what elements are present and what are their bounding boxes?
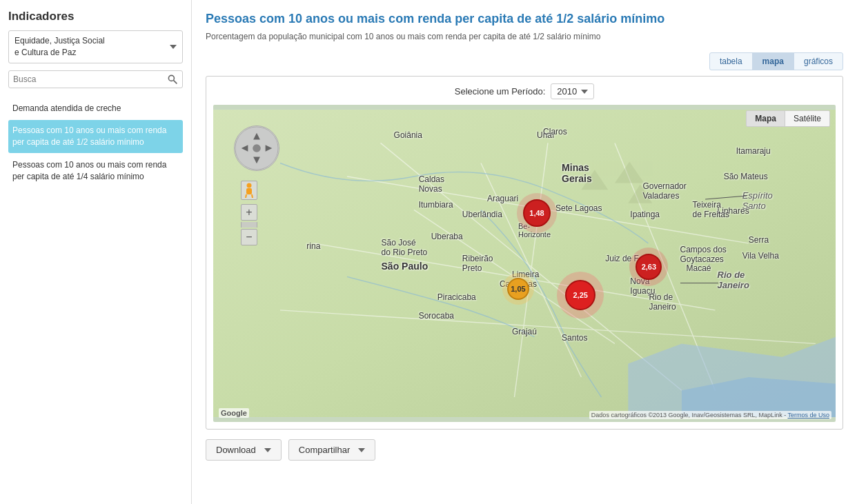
zoom-in-btn[interactable]: +	[241, 204, 257, 221]
period-select[interactable]: 2010	[551, 83, 594, 99]
zoom-track	[241, 222, 257, 228]
map-svg	[213, 105, 836, 422]
main-content: Pessoas com 10 anos ou mais com renda pe…	[192, 0, 857, 504]
period-label: Selecione um Período:	[455, 86, 546, 97]
action-bar: Download Compartilhar	[206, 439, 843, 461]
map-type-mapa-btn[interactable]: Mapa	[747, 111, 785, 126]
person-figure-icon	[244, 183, 255, 198]
tab-graficos[interactable]: gráficos	[794, 52, 843, 70]
zoom-out-btn[interactable]: −	[241, 229, 257, 245]
download-button[interactable]: Download	[206, 439, 282, 461]
map-copyright: Dados cartográficos ©2013 Google, Inav/G…	[589, 411, 831, 419]
svg-point-22	[253, 144, 261, 152]
share-label: Compartilhar	[299, 445, 350, 455]
sidebar-item-renda-quarto[interactable]: Pessoas com 10 anos ou mais com renda pe…	[8, 154, 183, 188]
map-area[interactable]: Mapa Satélite	[213, 105, 836, 422]
tab-tabela[interactable]: tabela	[709, 52, 753, 70]
sidebar-item-renda-meio[interactable]: Pessoas com 10 anos ou mais com renda pe…	[8, 120, 183, 153]
map-container: Selecione um Período: 2010	[206, 76, 843, 430]
cluster-sp[interactable]: 2,25	[557, 272, 604, 319]
rj-callout-line	[680, 283, 718, 283]
search-icon	[167, 74, 178, 85]
download-label: Download	[216, 445, 256, 455]
share-arrow-icon	[358, 448, 365, 452]
map-nav-control[interactable]	[234, 125, 279, 171]
period-value: 2010	[557, 86, 577, 97]
search-box[interactable]	[8, 70, 183, 88]
nav-arrows-icon	[235, 125, 279, 171]
google-logo: Google	[219, 408, 249, 418]
zoom-control: + −	[241, 181, 257, 245]
svg-line-1	[174, 80, 177, 83]
category-dropdown-label: Equidade, Justiça Sociale Cultura de Paz	[14, 35, 166, 59]
terms-of-use-link[interactable]: Termos de Uso	[787, 412, 829, 419]
svg-point-0	[168, 75, 174, 81]
svg-point-23	[247, 183, 252, 188]
tab-bar: tabela mapa gráficos	[206, 52, 843, 70]
search-input[interactable]	[13, 74, 167, 84]
sidebar: Indicadores Equidade, Justiça Sociale Cu…	[0, 0, 192, 504]
streetview-icon[interactable]	[241, 181, 257, 200]
dropdown-arrow-icon	[170, 45, 177, 49]
page-subtitle: Porcentagem da população municipal com 1…	[206, 31, 843, 43]
period-dropdown-arrow-icon	[581, 90, 588, 94]
tab-mapa[interactable]: mapa	[752, 52, 794, 70]
cluster-bh[interactable]: 1,48	[517, 193, 557, 233]
period-bar: Selecione um Período: 2010	[213, 83, 836, 99]
sidebar-item-creche[interactable]: Demanda atendida de creche	[8, 98, 183, 119]
share-button[interactable]: Compartilhar	[288, 439, 375, 461]
cluster-nova-iguacu[interactable]: 2,63	[629, 248, 668, 286]
map-type-buttons: Mapa Satélite	[746, 110, 830, 127]
svg-rect-24	[246, 188, 252, 194]
download-arrow-icon	[264, 448, 271, 452]
page-title: Pessoas com 10 anos ou mais com renda pe…	[206, 11, 843, 27]
sidebar-title: Indicadores	[8, 10, 183, 23]
cluster-campinas[interactable]: 1,05	[502, 273, 534, 305]
svg-line-25	[246, 194, 246, 198]
map-type-satelite-btn[interactable]: Satélite	[785, 111, 829, 126]
svg-line-26	[252, 194, 253, 198]
category-dropdown[interactable]: Equidade, Justiça Sociale Cultura de Paz	[8, 30, 183, 63]
